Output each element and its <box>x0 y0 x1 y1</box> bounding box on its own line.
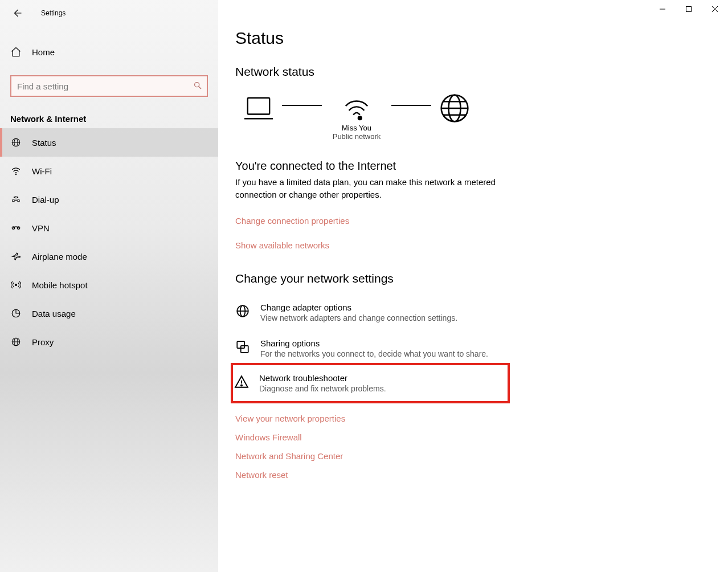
sidebar-item-wifi[interactable]: Wi-Fi <box>0 157 218 185</box>
sidebar-category: Network & Internet <box>10 114 208 124</box>
row-desc: For the networks you connect to, decide … <box>260 349 488 358</box>
row-title: Network troubleshooter <box>259 373 386 383</box>
sidebar-item-label: Wi-Fi <box>32 166 52 176</box>
sidebar: Settings Home Network & Internet Status … <box>0 0 218 572</box>
sidebar-item-label: Proxy <box>32 337 54 347</box>
adapter-icon <box>235 304 250 318</box>
dialup-icon <box>10 194 22 205</box>
svg-point-14 <box>358 116 362 120</box>
row-title: Change adapter options <box>260 303 457 312</box>
svg-rect-13 <box>248 98 269 115</box>
sidebar-item-hotspot[interactable]: Mobile hotspot <box>0 271 218 299</box>
sidebar-item-vpn[interactable]: VPN <box>0 214 218 242</box>
link-windows-firewall[interactable]: Windows Firewall <box>235 432 728 442</box>
diagram-device <box>239 95 279 141</box>
diagram-type: Public network <box>333 132 381 141</box>
app-title: Settings <box>41 9 66 17</box>
row-network-troubleshooter[interactable]: Network troubleshooter Diagnose and fix … <box>234 369 503 398</box>
maximize-button[interactable] <box>676 0 702 18</box>
sidebar-item-label: Home <box>32 47 55 57</box>
warning-icon <box>234 374 249 389</box>
section-change-settings: Change your network settings <box>235 272 728 285</box>
link-network-reset[interactable]: Network reset <box>235 470 728 480</box>
sidebar-item-label: Status <box>32 138 56 148</box>
datausage-icon <box>10 308 22 319</box>
link-network-sharing-center[interactable]: Network and Sharing Center <box>235 451 728 461</box>
diagram-line <box>391 105 431 106</box>
link-show-available-networks[interactable]: Show available networks <box>235 240 728 250</box>
sidebar-item-label: Airplane mode <box>32 252 87 262</box>
sharing-icon <box>235 340 250 354</box>
row-desc: Diagnose and fix network problems. <box>259 384 386 393</box>
svg-point-4 <box>14 197 14 198</box>
row-title: Sharing options <box>260 338 488 348</box>
vpn-icon <box>10 222 22 234</box>
close-button[interactable] <box>702 0 728 18</box>
sidebar-item-home[interactable]: Home <box>0 39 218 65</box>
sidebar-item-label: VPN <box>32 223 50 233</box>
row-sharing-options[interactable]: Sharing options For the networks you con… <box>235 334 728 363</box>
connected-body: If you have a limited data plan, you can… <box>235 176 503 201</box>
network-diagram: Miss You Public network <box>239 92 728 144</box>
svg-point-0 <box>195 83 199 87</box>
diagram-line <box>282 105 322 106</box>
hotspot-icon <box>10 279 22 291</box>
svg-point-9 <box>15 284 17 286</box>
laptop-icon <box>241 95 276 122</box>
sidebar-item-proxy[interactable]: Proxy <box>0 328 218 356</box>
sidebar-item-datausage[interactable]: Data usage <box>0 299 218 328</box>
search-input[interactable] <box>10 75 208 97</box>
sidebar-item-label: Data usage <box>32 309 76 318</box>
svg-point-6 <box>17 197 18 198</box>
minimize-button[interactable] <box>649 0 676 18</box>
sidebar-item-status[interactable]: Status <box>0 128 218 157</box>
page-title: Status <box>235 28 728 48</box>
link-change-connection-properties[interactable]: Change connection properties <box>235 216 728 226</box>
globe-icon <box>10 137 22 148</box>
highlight-troubleshooter: Network troubleshooter Diagnose and fix … <box>231 363 510 403</box>
svg-point-21 <box>241 385 242 386</box>
link-view-network-properties[interactable]: View your network properties <box>235 414 728 423</box>
airplane-icon <box>10 251 22 262</box>
row-desc: View network adapters and change connect… <box>260 313 457 322</box>
section-network-status: Network status <box>235 65 728 79</box>
content-pane: Status Network status Miss You Public ne… <box>218 0 728 572</box>
titlebar-controls <box>649 0 728 18</box>
proxy-icon <box>10 336 22 348</box>
wifi-signal-icon <box>343 95 370 121</box>
sidebar-item-label: Mobile hotspot <box>32 280 88 290</box>
connected-heading: You're connected to the Internet <box>235 160 728 173</box>
diagram-router: Miss You Public network <box>325 95 388 141</box>
back-button[interactable] <box>10 6 24 20</box>
sidebar-navlist: Status Wi-Fi Dial-up VPN Airplane mode M… <box>0 128 218 356</box>
diagram-ssid: Miss You <box>342 124 371 132</box>
sidebar-item-label: Dial-up <box>32 195 59 205</box>
home-icon <box>10 46 22 58</box>
row-change-adapter[interactable]: Change adapter options View network adap… <box>235 298 728 327</box>
svg-point-5 <box>15 197 16 197</box>
svg-rect-22 <box>686 7 692 12</box>
sidebar-item-airplane[interactable]: Airplane mode <box>0 242 218 271</box>
wifi-icon <box>10 165 22 177</box>
svg-point-3 <box>15 174 17 175</box>
globe-icon <box>439 92 471 124</box>
sidebar-item-dialup[interactable]: Dial-up <box>0 185 218 214</box>
diagram-internet <box>435 92 475 144</box>
